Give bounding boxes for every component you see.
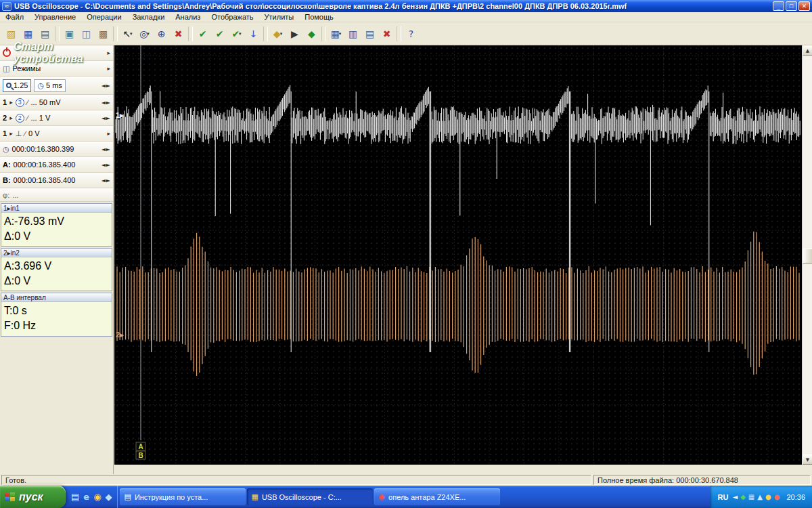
spin-left-icon[interactable]: ◄ <box>102 100 106 106</box>
file-total-time: Полное время файла: 000:00:30.670.848 <box>593 475 811 485</box>
show-desktop-icon[interactable]: ▤ <box>71 492 79 501</box>
marker-a-spinner[interactable]: ◄ ► <box>102 162 110 168</box>
print-icon[interactable]: ▤ <box>37 25 53 42</box>
menu-display[interactable]: Отображать <box>206 13 258 21</box>
menu-file[interactable]: Файл <box>0 13 29 21</box>
clock-icon: ◷ <box>3 146 9 153</box>
zoom-value-box[interactable]: 1.25 <box>3 79 31 92</box>
network-icon[interactable]: ▦ <box>748 494 754 501</box>
antivirus-shield-icon[interactable]: ◆ <box>740 494 746 501</box>
scroll-thumb[interactable] <box>803 249 812 263</box>
play-icon[interactable]: ▶ <box>286 25 303 42</box>
spin-left-icon[interactable]: ◄ <box>102 162 106 168</box>
phase-row[interactable]: φ: ... <box>0 188 113 202</box>
messenger-icon[interactable]: ● <box>774 494 780 501</box>
explorer-icon[interactable]: ◆ <box>105 492 112 501</box>
media-player-icon[interactable]: ◉ <box>93 492 101 501</box>
zoom-tool-icon[interactable]: ◎▾ <box>136 25 153 42</box>
trigger-row[interactable]: 1 ▸ ⊥ ∕ 0 V ▸ <box>0 126 113 142</box>
timebase-spinner[interactable]: ◄ ► <box>102 83 110 89</box>
dropdown-caret-icon: ▾ <box>280 31 283 37</box>
task-button-icon: ▤ <box>124 493 131 501</box>
channel1-row[interactable]: 1 ▸ 3 ∕ ... 50 mV ◄ ► <box>0 95 113 110</box>
spin-right-icon[interactable]: ► <box>106 177 110 184</box>
measurement-value-1: A:-76.93 mV <box>4 214 109 229</box>
help-icon[interactable]: ? <box>403 25 420 42</box>
start-button[interactable]: пуск <box>0 486 66 508</box>
apply-all-check-icon[interactable]: ✔ <box>211 25 228 42</box>
menu-analysis[interactable]: Анализ <box>170 13 206 21</box>
taskbar-clock: 20:36 <box>786 493 805 501</box>
menu-operations[interactable]: Операции <box>81 13 127 21</box>
spin-right-icon[interactable]: ► <box>106 146 110 152</box>
toolbar-icon: ▶ <box>291 29 298 39</box>
copy-screen-icon[interactable]: ▣ <box>61 25 78 42</box>
close-button[interactable]: ✕ <box>798 1 810 11</box>
channel2-row[interactable]: 2 ▸ 2 ∕ ... 1 V ◄ ► <box>0 110 113 126</box>
spin-left-icon[interactable]: ◄ <box>102 83 106 89</box>
trigger-slope-icon: ∕ <box>24 129 26 137</box>
usb-device-icon[interactable]: ▲ <box>757 494 763 501</box>
spin-right-icon[interactable]: ► <box>106 83 110 89</box>
task-usb-oscilloscope[interactable]: ▦ USB Oscilloscope - C:... <box>247 488 373 505</box>
internet-explorer-icon[interactable]: e <box>83 492 89 501</box>
update-icon[interactable]: ● <box>765 494 771 501</box>
marker-b-row[interactable]: B: 000:00:16.385.400 ◄ ► <box>0 173 113 188</box>
list-view-icon[interactable]: ▤ <box>361 25 378 42</box>
scope-canvas[interactable]: 1▸2▸AB <box>114 45 802 465</box>
svg-text:A: A <box>138 443 143 450</box>
save-file-icon[interactable]: ▦ <box>20 25 37 42</box>
marker-b-spinner[interactable]: ◄ ► <box>102 177 110 184</box>
cursor-tool-icon[interactable]: ↖▾ <box>119 25 136 42</box>
open-file-icon[interactable]: ▨ <box>3 25 20 42</box>
time-spinner[interactable]: ◄ ► <box>102 146 110 152</box>
spin-right-icon[interactable]: ► <box>106 115 110 121</box>
menu-control[interactable]: Управление <box>29 13 81 21</box>
scope-scrollbar[interactable]: ▲ ▼ <box>802 45 812 465</box>
scroll-up-icon[interactable]: ▲ <box>803 45 812 56</box>
channel1-scale: ... 50 mV <box>31 98 61 106</box>
menu-utilities[interactable]: Утилиты <box>259 13 300 21</box>
task-opel-antara[interactable]: ◉ опель антара Z24XE... <box>374 488 500 505</box>
modes-label: Режимы <box>12 64 41 72</box>
apply-check-icon[interactable]: ✔ <box>194 25 211 42</box>
channel2-spinner[interactable]: ◄ ► <box>102 115 110 121</box>
stop-tool-icon[interactable]: ✖ <box>170 25 187 42</box>
download-icon[interactable]: ↓ <box>245 25 262 42</box>
table-view-icon[interactable]: ▦▾ <box>328 25 344 42</box>
spin-left-icon[interactable]: ◄ <box>102 177 106 184</box>
timebase-box[interactable]: ◷ 5 ms <box>34 79 65 92</box>
marker-add-icon[interactable]: ◆ <box>303 25 320 42</box>
marker-a-row[interactable]: A: 000:00:16.385.400 ◄ ► <box>0 157 113 173</box>
minimize-button[interactable]: _ <box>773 1 784 11</box>
grid-view-icon[interactable]: ▥ <box>344 25 361 42</box>
scope-display[interactable]: 1▸2▸AB <box>114 45 802 465</box>
scroll-down-icon[interactable]: ▼ <box>803 454 812 465</box>
menu-bookmarks[interactable]: Закладки <box>127 13 171 21</box>
spin-right-icon[interactable]: ► <box>106 162 110 168</box>
volume-icon[interactable]: ◄ <box>732 494 738 501</box>
export-icon[interactable]: ▩ <box>95 25 112 42</box>
spin-left-icon[interactable]: ◄ <box>102 146 106 152</box>
slope-icon: ∕ <box>27 114 28 122</box>
toolbar-separator <box>55 26 60 41</box>
task-instruction[interactable]: ▤ Инструкция по уста... <box>120 488 246 505</box>
pan-tool-icon[interactable]: ⊕ <box>153 25 170 42</box>
maximize-button[interactable]: □ <box>786 1 797 11</box>
taskbar: пуск ▤e◉◆ ▤ Инструкция по уста... ▦ USB … <box>0 486 812 508</box>
spin-right-icon[interactable]: ► <box>106 100 110 106</box>
current-time-row[interactable]: ◷ 000:00:16.380.399 ◄ ► <box>0 142 113 157</box>
close-view-icon[interactable]: ✖ <box>378 25 395 42</box>
channel1-spinner[interactable]: ◄ ► <box>102 100 110 106</box>
verify-check-icon[interactable]: ✔▾ <box>228 25 245 42</box>
spin-left-icon[interactable]: ◄ <box>102 115 106 121</box>
start-device-row[interactable]: Старт устройства ▸ <box>0 45 113 61</box>
task-button-label: Инструкция по уста... <box>135 493 208 501</box>
menubar: ФайлУправлениеОперацииЗакладкиАнализОтоб… <box>0 12 812 22</box>
copy-data-icon[interactable]: ◫ <box>78 25 95 42</box>
menu-help[interactable]: Помощь <box>299 13 339 21</box>
language-indicator[interactable]: RU <box>718 493 729 501</box>
bookmark-icon[interactable]: ◆▾ <box>269 25 286 42</box>
task-button-label: USB Oscilloscope - C:... <box>262 493 342 501</box>
toolbar-icon: ⊕ <box>158 29 166 39</box>
